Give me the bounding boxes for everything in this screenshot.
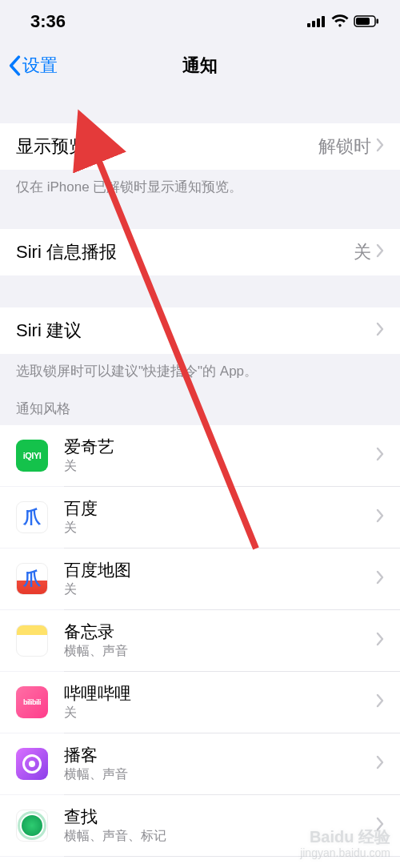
row-label: Siri 建议 xyxy=(16,319,376,343)
app-texts: 爱奇艺关 xyxy=(64,436,376,475)
row-label: Siri 信息播报 xyxy=(16,240,354,264)
back-button[interactable]: 设置 xyxy=(8,54,58,78)
app-sub: 关 xyxy=(64,581,376,598)
svg-rect-2 xyxy=(317,18,320,27)
row-value: 解锁时 xyxy=(318,135,371,159)
svg-rect-6 xyxy=(377,19,379,24)
watermark-brand: Baidu 经验 xyxy=(300,827,390,846)
svg-rect-3 xyxy=(322,16,325,27)
app-name: 百度地图 xyxy=(64,560,376,580)
watermark-site: jingyan.baidu.com xyxy=(300,846,390,860)
status-bar: 3:36 xyxy=(0,0,400,43)
app-icon: ⽖ xyxy=(16,501,48,533)
svg-rect-1 xyxy=(312,21,315,27)
back-label: 设置 xyxy=(22,54,58,78)
app-texts: 百度地图关 xyxy=(64,560,376,598)
chevron-right-icon xyxy=(376,320,384,341)
app-name: 哔哩哔哩 xyxy=(64,683,376,703)
app-sub: 横幅、声音 xyxy=(64,766,376,783)
app-icon xyxy=(16,810,48,842)
app-name: 播客 xyxy=(64,745,376,765)
cellular-icon xyxy=(307,11,326,32)
chevron-right-icon xyxy=(376,632,384,649)
status-indicators xyxy=(307,11,379,32)
chevron-right-icon xyxy=(376,136,384,157)
row-value: 关 xyxy=(354,240,371,264)
page-title: 通知 xyxy=(182,54,218,78)
app-list: iQIYI爱奇艺关⽖百度关⽖百度地图关备忘录横幅、声音bilibili哔哩哔哩关… xyxy=(0,425,400,868)
app-texts: 备忘录横幅、声音 xyxy=(64,621,376,660)
chevron-right-icon xyxy=(376,242,384,263)
app-row[interactable]: ⽖百度地图关 xyxy=(0,549,400,609)
watermark: Baidu 经验 jingyan.baidu.com xyxy=(300,827,390,860)
app-texts: 百度关 xyxy=(64,498,376,536)
app-sub: 横幅、声音 xyxy=(64,643,376,660)
nav-bar: 设置 通知 xyxy=(0,43,400,88)
app-name: 备忘录 xyxy=(64,621,376,641)
app-icon xyxy=(16,748,48,780)
app-icon: iQIYI xyxy=(16,440,48,472)
chevron-right-icon xyxy=(376,755,384,773)
chevron-right-icon xyxy=(376,570,384,588)
wifi-icon xyxy=(331,11,349,32)
row-siri-suggestion[interactable]: Siri 建议 xyxy=(0,307,400,354)
app-name: 爱奇艺 xyxy=(64,436,376,456)
chevron-right-icon xyxy=(376,447,384,464)
app-row[interactable]: iQIYI爱奇艺关 xyxy=(0,425,400,486)
chevron-left-icon xyxy=(8,55,21,76)
app-texts: 播客横幅、声音 xyxy=(64,745,376,783)
row-show-preview-footer: 仅在 iPhone 已解锁时显示通知预览。 xyxy=(0,170,400,197)
section-header-style: 通知风格 xyxy=(0,392,400,425)
chevron-right-icon xyxy=(376,508,384,526)
row-siri-announce[interactable]: Siri 信息播报 关 xyxy=(0,229,400,275)
app-sub: 关 xyxy=(64,458,376,475)
content: 显示预览 解锁时 仅在 iPhone 已解锁时显示通知预览。 Siri 信息播报… xyxy=(0,88,400,868)
app-icon: bilibili xyxy=(16,686,48,718)
row-show-preview[interactable]: 显示预览 解锁时 xyxy=(0,123,400,170)
svg-rect-5 xyxy=(356,18,370,25)
app-row[interactable]: bilibili哔哩哔哩关 xyxy=(0,672,400,733)
battery-icon xyxy=(354,11,379,32)
svg-rect-0 xyxy=(307,23,310,27)
app-texts: 哔哩哔哩关 xyxy=(64,683,376,721)
app-name: 百度 xyxy=(64,498,376,518)
app-icon: ⽖ xyxy=(16,563,48,595)
app-row[interactable]: 播客横幅、声音 xyxy=(0,733,400,794)
app-name: 查找 xyxy=(64,806,376,826)
app-row[interactable]: ⽖百度关 xyxy=(0,487,400,548)
chevron-right-icon xyxy=(376,693,384,711)
app-row[interactable]: 备忘录横幅、声音 xyxy=(0,610,400,671)
app-icon xyxy=(16,625,48,657)
app-sub: 关 xyxy=(64,705,376,721)
row-label: 显示预览 xyxy=(16,135,318,159)
row-siri-suggestion-footer: 选取锁屏时可以建议"快捷指令"的 App。 xyxy=(0,354,400,381)
app-sub: 关 xyxy=(64,520,376,536)
status-time: 3:36 xyxy=(30,11,66,32)
